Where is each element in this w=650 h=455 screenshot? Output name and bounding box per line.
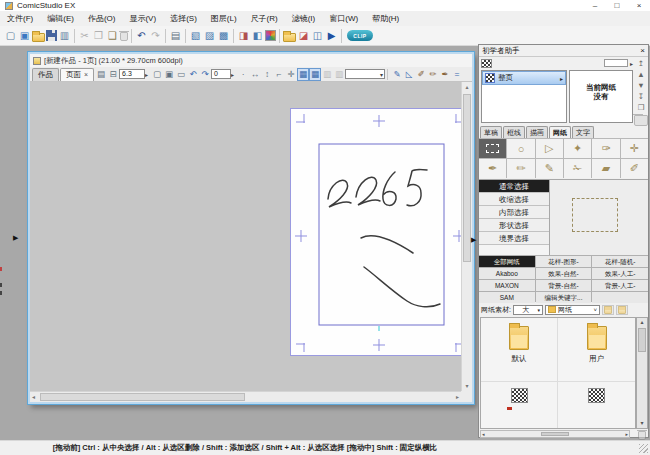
- window-blue-icon[interactable]: ◫: [311, 28, 324, 43]
- material-tone-item[interactable]: [558, 382, 635, 428]
- tab-close-icon[interactable]: ×: [84, 71, 88, 78]
- fit-page-icon[interactable]: ▢: [151, 68, 163, 81]
- crosshair-icon[interactable]: ✛: [285, 68, 297, 81]
- browser-horizontal-scrollbar[interactable]: ◂ ▸: [480, 430, 630, 438]
- snap-toggle-icon[interactable]: ▦: [309, 68, 321, 81]
- frame-corner-icon[interactable]: ⌐: [273, 68, 285, 81]
- undo-icon[interactable]: ↶: [135, 28, 148, 43]
- new-folder-button[interactable]: [602, 305, 614, 315]
- tool-magic-wand[interactable]: ✦: [564, 139, 591, 158]
- menu-item[interactable]: 编辑(E): [40, 12, 81, 26]
- delete-icon[interactable]: [120, 32, 128, 41]
- tone-palette-icon[interactable]: [265, 30, 276, 41]
- dot-icon[interactable]: ·: [237, 68, 249, 81]
- tool-move[interactable]: ✛: [621, 139, 648, 158]
- open-icon[interactable]: [32, 33, 45, 42]
- tone-swatch-icon[interactable]: [481, 59, 492, 68]
- canvas-area[interactable]: ▴ ▾ ◂ ▸: [30, 82, 472, 402]
- material-item-user[interactable]: 用户: [558, 318, 635, 382]
- tab-story[interactable]: 作品: [32, 68, 59, 81]
- selection-mode-item[interactable]: 内部选择: [479, 206, 549, 219]
- assistant-close-icon[interactable]: ×: [640, 46, 645, 56]
- rotate-left-icon[interactable]: ↶: [187, 68, 199, 81]
- guide-b-icon[interactable]: ▥: [333, 68, 345, 81]
- selection-mode-item[interactable]: 收缩选择: [479, 193, 549, 206]
- selection-mode-item[interactable]: 形状选择: [479, 219, 549, 232]
- collapse-icon[interactable]: ⊟: [107, 68, 119, 81]
- flip-h-icon[interactable]: ↔: [249, 68, 261, 81]
- rotate-input[interactable]: 0: [211, 69, 231, 79]
- move-down-icon[interactable]: ▼: [634, 80, 648, 91]
- actions-icon[interactable]: ▶: [325, 28, 338, 43]
- assistant-title-bar[interactable]: 初学者助手 ×: [479, 45, 648, 57]
- menu-item[interactable]: 作品(O): [81, 12, 123, 26]
- import-page-icon[interactable]: ▨: [203, 28, 216, 43]
- pen-holder-icon[interactable]: ✐: [415, 68, 427, 81]
- material-tone-item[interactable]: [481, 382, 558, 428]
- toolbar-icon[interactable]: [165, 29, 166, 43]
- save-all-icon[interactable]: ▥: [58, 28, 71, 43]
- view-preset-combo[interactable]: ▾: [345, 69, 385, 79]
- tone-category-cell[interactable]: MAXON: [479, 280, 535, 291]
- pen-blue-icon[interactable]: ✎: [391, 68, 403, 81]
- tone-category-cell[interactable]: 效果-人工-: [592, 268, 648, 279]
- h-scroll-thumb[interactable]: [40, 393, 245, 401]
- workflow-tab[interactable]: 文字: [572, 126, 594, 138]
- folder-up-button[interactable]: [616, 305, 628, 315]
- tone-category-cell[interactable]: 全部网纸: [479, 256, 535, 267]
- clip-button[interactable]: CLIP: [347, 30, 373, 41]
- toolbar-icon[interactable]: [341, 29, 342, 43]
- window-red-icon[interactable]: ◪: [297, 28, 310, 43]
- workflow-tab[interactable]: 草稿: [480, 126, 502, 138]
- tone-category-cell[interactable]: 花样-随机-: [592, 256, 648, 267]
- page-manager-icon[interactable]: ◨: [237, 28, 250, 43]
- menu-item[interactable]: 文件(F): [0, 12, 40, 26]
- print-guide-icon[interactable]: ◧: [251, 28, 264, 43]
- print-icon[interactable]: ▤: [169, 28, 182, 43]
- ruler-icon[interactable]: ◺: [403, 68, 415, 81]
- resize-grip[interactable]: [639, 444, 648, 453]
- copy-icon[interactable]: ❐: [92, 28, 105, 43]
- browser-vertical-scrollbar[interactable]: ▴ ▾: [636, 317, 648, 429]
- menu-item[interactable]: 尺子(R): [244, 12, 285, 26]
- fit-width-icon[interactable]: ▭: [175, 68, 187, 81]
- toolbar-icon[interactable]: [131, 29, 132, 43]
- toolbar-icon[interactable]: [279, 29, 280, 43]
- workflow-tab[interactable]: 网纸: [549, 126, 571, 138]
- actual-size-icon[interactable]: ▣: [163, 68, 175, 81]
- guide-a-icon[interactable]: ▥: [321, 68, 333, 81]
- v-scroll-thumb[interactable]: [463, 94, 471, 262]
- browser-v-thumb[interactable]: [638, 328, 646, 352]
- document-title-bar[interactable]: [新建作品 - 1页] (21.00 * 29.70cm 600dpi): [30, 54, 472, 67]
- page-list-icon[interactable]: ▤: [95, 68, 107, 81]
- nib-icon[interactable]: ✒: [439, 68, 451, 81]
- folder-select[interactable]: 网纸˅: [545, 305, 600, 315]
- close-button[interactable]: ×: [628, 0, 650, 12]
- menu-item[interactable]: 图层(L): [204, 12, 244, 26]
- tone-category-cell[interactable]: 花样-图形-: [536, 256, 592, 267]
- browser-h-thumb[interactable]: [541, 432, 569, 436]
- tool-mech-pencil[interactable]: ✎: [536, 159, 563, 178]
- tool-eraser[interactable]: ▰: [592, 159, 619, 178]
- save-icon[interactable]: [46, 30, 57, 41]
- tool-pencil[interactable]: ✏: [507, 159, 534, 178]
- export-page-icon[interactable]: ▧: [189, 28, 202, 43]
- tool-ink[interactable]: ✐: [621, 159, 648, 178]
- tone-category-cell[interactable]: 编辑关键字...: [536, 292, 592, 303]
- tool-knife[interactable]: ✁: [564, 159, 591, 178]
- right-palette-toggle[interactable]: ▶: [471, 236, 476, 244]
- paste-icon[interactable]: ❑: [106, 28, 119, 43]
- duplicate-step-icon[interactable]: ❐: [634, 102, 648, 113]
- assistant-name-field[interactable]: [604, 59, 628, 67]
- move-bottom-icon[interactable]: ↧: [634, 91, 648, 102]
- toolbar-icon[interactable]: [74, 29, 75, 43]
- zoom-input[interactable]: 6.3: [119, 69, 145, 79]
- tone-category-cell[interactable]: 背景-自然-: [536, 280, 592, 291]
- tone-category-cell[interactable]: 背景-人工-: [592, 280, 648, 291]
- tone-category-cell[interactable]: 效果-自然-: [536, 268, 592, 279]
- redo-icon[interactable]: ↷: [149, 28, 162, 43]
- workflow-tab[interactable]: 框线: [503, 126, 525, 138]
- rotate-right-icon[interactable]: ↷: [199, 68, 211, 81]
- tool-eyedropper[interactable]: ✑: [592, 139, 619, 158]
- menu-item[interactable]: 选择(S): [163, 12, 204, 26]
